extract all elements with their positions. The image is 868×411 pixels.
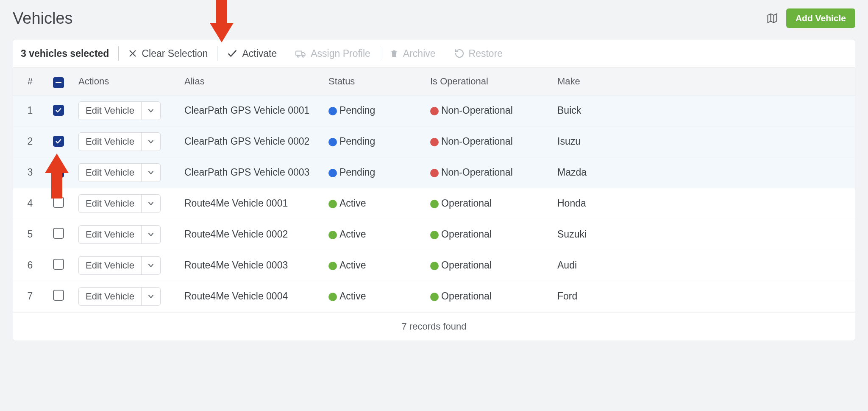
chevron-down-icon [148, 140, 154, 144]
make-cell: Buick [551, 95, 855, 126]
operational-dot [430, 293, 439, 301]
operational-dot [430, 107, 439, 115]
edit-vehicle-button-group: Edit Vehicle [78, 225, 161, 244]
edit-vehicle-button-group: Edit Vehicle [78, 101, 161, 120]
status-dot [328, 138, 337, 146]
operational-cell: Operational [424, 281, 551, 312]
table-row: 6Edit VehicleRoute4Me Vehicle 0003Active… [13, 250, 855, 281]
chevron-down-icon [148, 171, 154, 175]
status-dot [328, 231, 337, 239]
status-dot [328, 169, 337, 177]
status-cell: Pending [323, 95, 424, 126]
make-cell: Ford [551, 281, 855, 312]
edit-vehicle-button[interactable]: Edit Vehicle [79, 226, 142, 243]
row-checkbox[interactable] [53, 259, 64, 270]
edit-vehicle-dropdown[interactable] [142, 226, 160, 243]
status-text: Pending [339, 105, 375, 116]
edit-vehicle-dropdown[interactable] [142, 102, 160, 120]
row-checkbox[interactable] [53, 136, 64, 147]
map-icon[interactable] [766, 12, 779, 25]
edit-vehicle-button[interactable]: Edit Vehicle [79, 133, 142, 151]
edit-vehicle-dropdown[interactable] [142, 257, 160, 274]
alias-cell: ClearPath GPS Vehicle 0002 [178, 126, 323, 157]
vehicles-table: # Actions Alias Status Is Operational Ma… [13, 68, 855, 312]
operational-dot [430, 200, 439, 208]
alias-cell: ClearPath GPS Vehicle 0001 [178, 95, 323, 126]
operational-text: Operational [441, 198, 492, 209]
table-row: 4Edit VehicleRoute4Me Vehicle 0001Active… [13, 188, 855, 219]
check-icon [227, 48, 238, 59]
operational-dot [430, 169, 439, 177]
archive-button: Archive [380, 48, 445, 59]
column-header-number[interactable]: # [13, 68, 47, 95]
edit-vehicle-dropdown[interactable] [142, 288, 160, 305]
selected-count: 3 vehicles selected [21, 48, 118, 59]
edit-vehicle-button-group: Edit Vehicle [78, 256, 161, 275]
close-icon [128, 49, 137, 58]
table-row: 2Edit VehicleClearPath GPS Vehicle 0002P… [13, 126, 855, 157]
row-number: 5 [13, 219, 47, 250]
make-cell: Suzuki [551, 219, 855, 250]
edit-vehicle-dropdown[interactable] [142, 164, 160, 182]
row-number: 4 [13, 188, 47, 219]
operational-cell: Operational [424, 250, 551, 281]
column-header-status[interactable]: Status [323, 68, 424, 95]
operational-text: Operational [441, 260, 492, 271]
operational-cell: Non-Operational [424, 126, 551, 157]
make-cell: Mazda [551, 157, 855, 188]
edit-vehicle-button-group: Edit Vehicle [78, 287, 161, 306]
svg-point-7 [302, 55, 304, 57]
operational-text: Operational [441, 291, 492, 302]
chevron-down-icon [148, 294, 154, 299]
operational-dot [430, 262, 439, 270]
truck-icon [295, 49, 306, 58]
make-cell: Isuzu [551, 126, 855, 157]
edit-vehicle-button[interactable]: Edit Vehicle [79, 102, 142, 120]
column-header-operational[interactable]: Is Operational [424, 68, 551, 95]
row-number: 7 [13, 281, 47, 312]
trash-icon [389, 48, 399, 59]
edit-vehicle-button[interactable]: Edit Vehicle [79, 164, 142, 182]
row-checkbox[interactable] [53, 197, 64, 208]
table-row: 7Edit VehicleRoute4Me Vehicle 0004Active… [13, 281, 855, 312]
status-dot [328, 200, 337, 208]
toolbar: 3 vehicles selected Clear Selection [13, 39, 855, 68]
row-checkbox[interactable] [53, 105, 64, 116]
operational-text: Non-Operational [441, 105, 513, 116]
edit-vehicle-dropdown[interactable] [142, 195, 160, 212]
restore-icon [454, 48, 465, 59]
operational-cell: Non-Operational [424, 95, 551, 126]
row-checkbox[interactable] [53, 228, 64, 239]
add-vehicle-button[interactable]: Add Vehicle [786, 8, 855, 28]
select-all-checkbox[interactable] [53, 77, 64, 88]
status-text: Active [339, 229, 366, 240]
status-dot [328, 262, 337, 270]
status-dot [328, 293, 337, 301]
row-checkbox[interactable] [53, 290, 64, 301]
column-header-alias[interactable]: Alias [178, 68, 323, 95]
activate-label: Activate [242, 48, 277, 59]
edit-vehicle-button[interactable]: Edit Vehicle [79, 257, 142, 274]
status-cell: Active [323, 219, 424, 250]
operational-cell: Non-Operational [424, 157, 551, 188]
edit-vehicle-button[interactable]: Edit Vehicle [79, 288, 142, 305]
column-header-make[interactable]: Make [551, 68, 855, 95]
chevron-down-icon [148, 201, 154, 206]
alias-cell: Route4Me Vehicle 0001 [178, 188, 323, 219]
status-text: Active [339, 260, 366, 271]
row-checkbox[interactable] [53, 167, 64, 178]
alias-cell: Route4Me Vehicle 0004 [178, 281, 323, 312]
table-footer: 7 records found [13, 312, 855, 341]
row-number: 1 [13, 95, 47, 126]
page-title: Vehicles [13, 9, 73, 28]
make-cell: Honda [551, 188, 855, 219]
edit-vehicle-dropdown[interactable] [142, 133, 160, 151]
table-row: 3Edit VehicleClearPath GPS Vehicle 0003P… [13, 157, 855, 188]
alias-cell: ClearPath GPS Vehicle 0003 [178, 157, 323, 188]
status-dot [328, 107, 337, 115]
edit-vehicle-button[interactable]: Edit Vehicle [79, 195, 142, 212]
activate-button[interactable]: Activate [217, 48, 286, 59]
row-number: 3 [13, 157, 47, 188]
clear-selection-button[interactable]: Clear Selection [119, 48, 217, 59]
status-text: Active [339, 198, 366, 209]
